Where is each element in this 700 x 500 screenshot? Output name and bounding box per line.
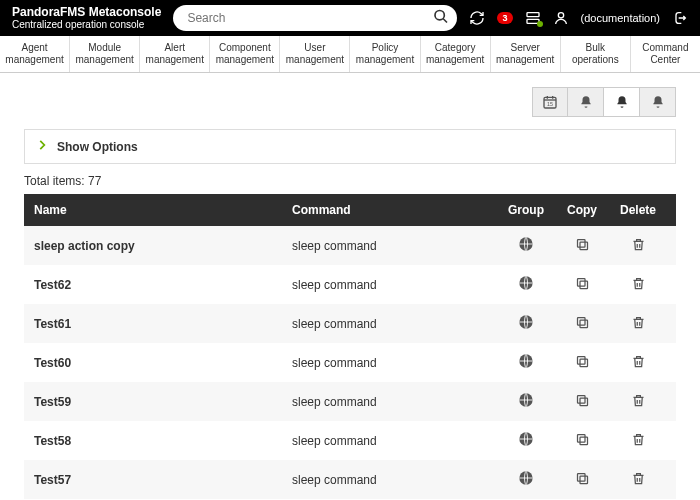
row-command: sleep command	[292, 317, 498, 331]
show-options-panel[interactable]: Show Options	[24, 129, 676, 164]
trash-icon[interactable]	[610, 471, 666, 489]
table-row: Test61sleep command	[24, 304, 676, 343]
badge-count: 3	[497, 12, 512, 24]
globe-icon[interactable]	[498, 314, 554, 333]
col-command[interactable]: Command	[292, 203, 498, 217]
row-name[interactable]: Test58	[34, 434, 292, 448]
documentation-link[interactable]: (documentation)	[581, 12, 661, 24]
row-name[interactable]: Test60	[34, 356, 292, 370]
svg-rect-41	[580, 476, 588, 484]
table-row: Test59sleep command	[24, 382, 676, 421]
table-row: Test57sleep command	[24, 460, 676, 499]
brand-subtitle: Centralized operation console	[12, 19, 161, 30]
col-delete[interactable]: Delete	[610, 203, 666, 217]
nav-item[interactable]: Categorymanagement	[421, 36, 491, 72]
table-row: Test60sleep command	[24, 343, 676, 382]
copy-icon[interactable]	[554, 354, 610, 372]
bell-button-1[interactable]	[568, 87, 604, 117]
nav-item[interactable]: Usermanagement	[280, 36, 350, 72]
copy-icon[interactable]	[554, 237, 610, 255]
row-name[interactable]: Test57	[34, 473, 292, 487]
svg-rect-22	[577, 317, 585, 325]
nav-item[interactable]: Servermanagement	[491, 36, 561, 72]
col-name[interactable]: Name	[34, 203, 292, 217]
chevron-right-icon	[35, 138, 49, 155]
row-command: sleep command	[292, 473, 498, 487]
table-row: Test62sleep command	[24, 265, 676, 304]
logout-icon[interactable]	[672, 10, 688, 26]
refresh-icon[interactable]	[469, 10, 485, 26]
status-dot-icon	[537, 21, 543, 27]
brand-title: PandoraFMS Metaconsole	[12, 6, 161, 19]
col-group[interactable]: Group	[498, 203, 554, 217]
trash-icon[interactable]	[610, 276, 666, 294]
top-icons: 3 (documentation)	[469, 10, 688, 26]
row-command: sleep command	[292, 434, 498, 448]
server-status-icon[interactable]	[525, 10, 541, 26]
svg-rect-2	[527, 13, 539, 17]
row-command: sleep command	[292, 278, 498, 292]
svg-text:15: 15	[547, 101, 553, 107]
top-bar: PandoraFMS Metaconsole Centralized opera…	[0, 0, 700, 36]
row-name[interactable]: sleep action copy	[34, 239, 292, 253]
svg-rect-32	[577, 395, 585, 403]
svg-rect-26	[580, 359, 588, 367]
globe-icon[interactable]	[498, 353, 554, 372]
table-row: Test58sleep command	[24, 421, 676, 460]
nav-item[interactable]: Bulkoperations	[561, 36, 631, 72]
globe-icon[interactable]	[498, 392, 554, 411]
row-command: sleep command	[292, 395, 498, 409]
row-name[interactable]: Test59	[34, 395, 292, 409]
svg-point-0	[435, 11, 444, 20]
svg-rect-21	[580, 320, 588, 328]
svg-rect-11	[580, 242, 588, 250]
copy-icon[interactable]	[554, 432, 610, 450]
table-header: Name Command Group Copy Delete	[24, 194, 676, 226]
copy-icon[interactable]	[554, 276, 610, 294]
nav-item[interactable]: Agentmanagement	[0, 36, 70, 72]
trash-icon[interactable]	[610, 354, 666, 372]
table-row: sleep action copysleep command	[24, 226, 676, 265]
row-name[interactable]: Test62	[34, 278, 292, 292]
svg-rect-31	[580, 398, 588, 406]
row-command: sleep command	[292, 239, 498, 253]
row-command: sleep command	[292, 356, 498, 370]
copy-icon[interactable]	[554, 315, 610, 333]
search-icon[interactable]	[433, 9, 449, 28]
toolbar: 15	[0, 73, 700, 123]
trash-icon[interactable]	[610, 393, 666, 411]
globe-icon[interactable]	[498, 236, 554, 255]
copy-icon[interactable]	[554, 471, 610, 489]
actions-table: Name Command Group Copy Delete sleep act…	[24, 194, 676, 500]
nav-item[interactable]: CommandCenter	[631, 36, 700, 72]
svg-rect-37	[577, 434, 585, 442]
svg-point-4	[558, 13, 563, 18]
bell-button-2-active[interactable]	[604, 87, 640, 117]
svg-rect-42	[577, 473, 585, 481]
show-options-label: Show Options	[57, 140, 138, 154]
nav-item[interactable]: Modulemanagement	[70, 36, 140, 72]
trash-icon[interactable]	[610, 432, 666, 450]
svg-rect-27	[577, 356, 585, 364]
globe-icon[interactable]	[498, 431, 554, 450]
copy-icon[interactable]	[554, 393, 610, 411]
search-input[interactable]	[173, 5, 457, 31]
nav-item[interactable]: Componentmanagement	[210, 36, 280, 72]
globe-icon[interactable]	[498, 275, 554, 294]
svg-rect-12	[577, 239, 585, 247]
table-body: sleep action copysleep commandTest62slee…	[24, 226, 676, 500]
notifications-badge[interactable]: 3	[497, 12, 512, 24]
user-icon[interactable]	[553, 10, 569, 26]
trash-icon[interactable]	[610, 315, 666, 333]
total-items-text: Total items: 77	[24, 174, 676, 188]
globe-icon[interactable]	[498, 470, 554, 489]
row-name[interactable]: Test61	[34, 317, 292, 331]
svg-line-1	[443, 19, 447, 23]
nav-item[interactable]: Alertmanagement	[140, 36, 210, 72]
calendar-button[interactable]: 15	[532, 87, 568, 117]
svg-rect-36	[580, 437, 588, 445]
trash-icon[interactable]	[610, 237, 666, 255]
nav-item[interactable]: Policymanagement	[350, 36, 420, 72]
col-copy[interactable]: Copy	[554, 203, 610, 217]
bell-button-3[interactable]	[640, 87, 676, 117]
